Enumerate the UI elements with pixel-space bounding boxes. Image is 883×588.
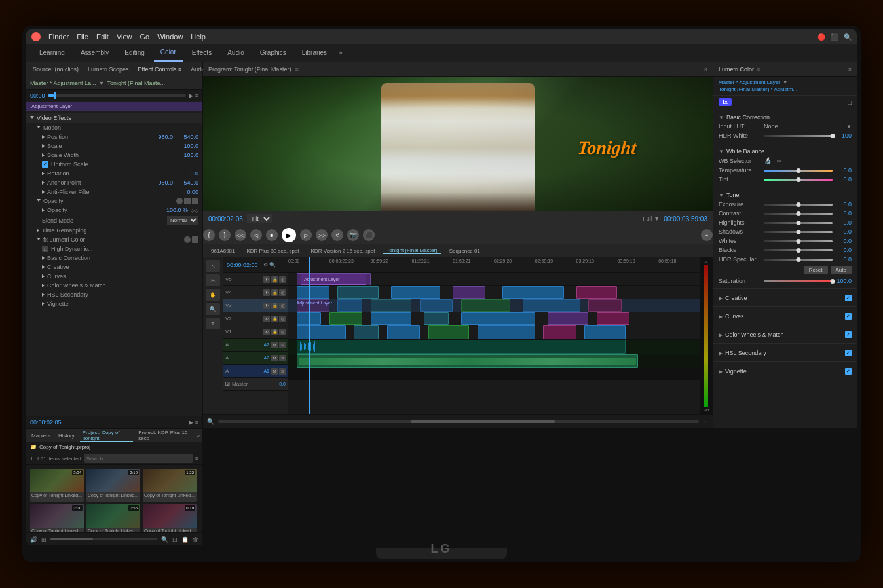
curves-row[interactable]: Curves: [26, 272, 202, 281]
tl-tab-961[interactable]: 961A6981: [207, 248, 238, 254]
btn-step-fwd[interactable]: ▷: [300, 229, 312, 241]
v1-clip-2[interactable]: [354, 325, 379, 339]
v2-clip-7[interactable]: [597, 312, 629, 325]
v3-clip-3[interactable]: [371, 299, 412, 312]
vignette-row[interactable]: Vignette: [26, 299, 202, 308]
project-search-input[interactable]: [84, 454, 193, 463]
btn-camera[interactable]: 📷: [347, 229, 359, 241]
btn-add[interactable]: +: [701, 229, 713, 241]
proj-thumb-5[interactable]: 0:56 Copy of Tonight Linked...: [86, 504, 140, 532]
video-effects-header[interactable]: Video Effects: [26, 113, 202, 123]
a1-audio-main[interactable]: [297, 354, 638, 368]
v2-lock[interactable]: 🔒: [271, 316, 278, 322]
proj-icon-6[interactable]: 🗑: [193, 536, 198, 543]
v2-clip-6[interactable]: [548, 312, 589, 325]
tone-header[interactable]: ▼ Tone: [719, 190, 852, 200]
temp-slider[interactable]: [764, 170, 833, 172]
opacity-value[interactable]: 100.0 %: [165, 207, 188, 213]
input-lut-value[interactable]: None: [764, 123, 844, 130]
v2-clip-1[interactable]: [297, 312, 322, 325]
v2-clip-2[interactable]: [329, 312, 362, 325]
a2-s[interactable]: S: [279, 342, 286, 348]
v1-clip-6[interactable]: [543, 325, 576, 339]
v4-clip-4[interactable]: [453, 286, 485, 299]
cw-header[interactable]: ▶ Color Wheels & Match: [719, 329, 784, 339]
time-remap-row[interactable]: Time Remapping: [26, 226, 202, 235]
v3-clip-2[interactable]: [337, 299, 362, 312]
proj-icon-1[interactable]: 🔊: [30, 536, 37, 543]
scale-width-value[interactable]: 100.0: [176, 152, 198, 158]
tab-graphics[interactable]: Graphics: [254, 44, 293, 62]
lumetri-row[interactable]: fx Lumetri Color: [26, 235, 202, 244]
preview-timecode-start[interactable]: 00:00:02:05: [208, 215, 243, 223]
tab-assembly[interactable]: Assembly: [74, 44, 115, 62]
v1-lock[interactable]: 🔒: [271, 329, 278, 335]
tab-lumetri-scopes[interactable]: Lumetri Scopes: [85, 66, 132, 73]
lumetri-menu[interactable]: ≡: [757, 66, 760, 73]
v4-clip-5[interactable]: [502, 286, 564, 299]
v2-clip-5[interactable]: [461, 312, 535, 325]
a2b-s[interactable]: S: [279, 355, 286, 361]
fx-button[interactable]: fx: [719, 98, 732, 106]
tl-tab-seq01[interactable]: Sequence 01: [445, 248, 484, 254]
proj-icon-5[interactable]: 📋: [181, 536, 189, 543]
tool-hand[interactable]: ✋: [206, 289, 220, 301]
vignette-header[interactable]: ▶ Vignette: [719, 366, 747, 376]
tab-project-kdr[interactable]: Project: KDR Plus 15 secc: [136, 430, 194, 441]
tab-audio[interactable]: Audio: [221, 44, 251, 62]
v3-clip-4[interactable]: [420, 299, 453, 312]
proj-thumb-3[interactable]: 1:22 Copy of Tonight Linked...: [143, 469, 197, 502]
position-y[interactable]: 540.0: [176, 134, 198, 140]
menu-finder[interactable]: Finder: [48, 33, 69, 41]
shadows-slider[interactable]: [764, 231, 833, 233]
pm-menu-icon[interactable]: ≡: [295, 66, 298, 73]
v2-eye[interactable]: 👁: [263, 316, 270, 322]
blend-mode-select[interactable]: Normal: [167, 216, 198, 225]
a1-m[interactable]: M: [271, 368, 278, 375]
v4-clip-2[interactable]: [337, 286, 379, 299]
curves-header[interactable]: ▶ Curves: [719, 311, 744, 321]
v4-clip-1[interactable]: [297, 286, 329, 299]
hdr-spec-slider[interactable]: [764, 259, 833, 261]
tl-tab-kdr15[interactable]: KDR Version 2 15 sec. spot: [307, 248, 379, 254]
blacks-value[interactable]: 0.0: [835, 247, 852, 253]
anchor-x[interactable]: 960.0: [150, 179, 173, 186]
v5-target[interactable]: ◎: [279, 276, 286, 283]
auto-button[interactable]: Auto: [831, 266, 852, 274]
a2-m[interactable]: M: [271, 342, 278, 348]
color-wheels-row[interactable]: Color Wheels & Match: [26, 281, 202, 290]
menu-file[interactable]: File: [77, 33, 88, 41]
proj-thumb-2[interactable]: 2:19 Copy of Tonight Linked...: [86, 469, 140, 502]
v3-clip-5[interactable]: [461, 299, 510, 312]
curves-checkbox[interactable]: ✓: [845, 313, 852, 320]
tl-nav-icon[interactable]: ↔: [703, 418, 709, 425]
v2-clip-3[interactable]: [371, 312, 412, 325]
v4-eye[interactable]: 👁: [263, 289, 270, 296]
vignette-checkbox[interactable]: ✓: [845, 368, 852, 375]
scale-value[interactable]: 100.0: [176, 143, 198, 149]
tool-text[interactable]: T: [206, 318, 220, 329]
v5-eye[interactable]: 👁: [263, 276, 270, 283]
tab-learning[interactable]: Learning: [33, 44, 71, 62]
v1-eye[interactable]: 👁: [263, 329, 270, 335]
lut-dropdown[interactable]: ▼: [846, 124, 852, 130]
exposure-slider[interactable]: [764, 204, 833, 206]
tab-color[interactable]: Color: [154, 44, 183, 62]
menu-go[interactable]: Go: [140, 33, 150, 41]
v1-clip-1[interactable]: [297, 325, 346, 339]
tl-tab-tonight[interactable]: Tonight (Final Master): [383, 248, 441, 254]
v1-clip-4[interactable]: [428, 325, 470, 339]
proj-thumb-4[interactable]: 3:00 Copy of Tonight Linked...: [30, 504, 84, 532]
tab-project-copy[interactable]: Project: Copy of Tonight: [80, 430, 133, 442]
btn-play[interactable]: ▶: [282, 228, 296, 242]
menu-edit[interactable]: Edit: [96, 33, 109, 41]
clip-selector-lumetri[interactable]: Tonight (Final Master) * Adjustm...: [719, 86, 797, 92]
whites-value[interactable]: 0.0: [835, 238, 852, 244]
hdr-white-slider[interactable]: [764, 135, 833, 137]
v1-clip-3[interactable]: [387, 325, 420, 339]
wb-dropper-icon[interactable]: 🔬: [764, 157, 772, 164]
btn-mark-out[interactable]: }: [219, 229, 231, 241]
tl-tab-kdr30[interactable]: KDR Plus 30 sec. spot: [242, 248, 303, 254]
tab-libraries[interactable]: Libraries: [295, 44, 333, 62]
tool-select[interactable]: ↖: [206, 260, 220, 272]
